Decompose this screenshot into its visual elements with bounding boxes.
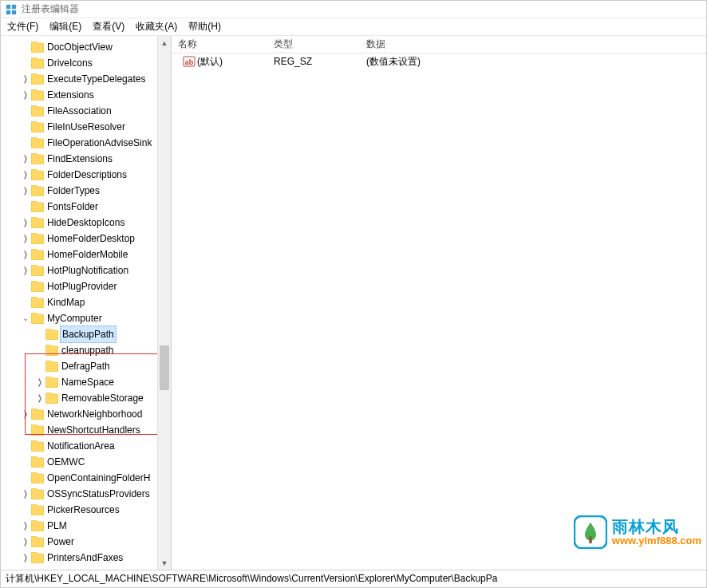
chevron-right-icon[interactable]: ❯ bbox=[22, 231, 30, 247]
chevron-right-icon[interactable]: ❯ bbox=[22, 518, 30, 534]
list-pane: 名称 类型 数据 ab(默认)REG_SZ(数值未设置) 雨林木风 www.yl… bbox=[172, 36, 706, 570]
menu-view[interactable]: 查看(V) bbox=[93, 20, 124, 34]
tree-node-label: NameSpace bbox=[61, 374, 114, 390]
tree-node-label: OSSyncStatusProviders bbox=[47, 486, 150, 502]
tree-node[interactable]: ❯OSSyncStatusProviders bbox=[1, 486, 171, 502]
tree-node[interactable]: FileInUseResolver bbox=[1, 119, 171, 135]
chevron-down-icon[interactable]: ⌄ bbox=[20, 310, 31, 326]
scroll-thumb[interactable] bbox=[160, 345, 169, 390]
value-row[interactable]: ab(默认)REG_SZ(数值未设置) bbox=[172, 53, 706, 69]
scroll-down-button[interactable]: ▼ bbox=[158, 556, 171, 570]
tree-node[interactable]: ❯HideDesktopIcons bbox=[1, 215, 171, 231]
tree-node-label: DocObjectView bbox=[47, 39, 113, 55]
tree-node-label: NewShortcutHandlers bbox=[47, 422, 140, 438]
tree-node-label: cleanuppath bbox=[61, 342, 113, 358]
menu-bar: 文件(F) 编辑(E) 查看(V) 收藏夹(A) 帮助(H) bbox=[1, 18, 706, 36]
column-header-data[interactable]: 数据 bbox=[360, 37, 706, 51]
chevron-right-icon[interactable]: ❯ bbox=[22, 262, 30, 278]
tree-node[interactable]: OpenContainingFolderH bbox=[1, 470, 171, 486]
tree-node[interactable]: KindMap bbox=[1, 294, 171, 310]
chevron-right-icon[interactable]: ❯ bbox=[22, 151, 30, 167]
tree-node[interactable]: ❯NameSpace bbox=[1, 374, 171, 390]
tree-node[interactable]: ❯HotPlugNotification bbox=[1, 262, 171, 278]
chevron-right-icon[interactable]: ❯ bbox=[36, 390, 44, 406]
tree-node-label: BackupPath bbox=[60, 326, 117, 343]
tree-node-label: NetworkNeighborhood bbox=[47, 406, 142, 422]
tree-node[interactable]: NotificationArea bbox=[1, 438, 171, 454]
tree-node-label: OpenContainingFolderH bbox=[47, 470, 150, 486]
chevron-right-icon[interactable]: ❯ bbox=[22, 247, 30, 262]
registry-editor-window: 注册表编辑器 文件(F) 编辑(E) 查看(V) 收藏夹(A) 帮助(H) Do… bbox=[0, 0, 707, 588]
tree-node[interactable]: ❯PrintersAndFaxes bbox=[1, 550, 171, 566]
svg-text:ab: ab bbox=[185, 58, 194, 66]
tree-node[interactable]: ❯HomeFolderMobile bbox=[1, 247, 171, 262]
svg-rect-2 bbox=[6, 10, 10, 14]
tree-node[interactable]: ❯PLM bbox=[1, 518, 171, 534]
tree-node[interactable]: HotPlugProvider bbox=[1, 278, 171, 294]
tree-node[interactable]: DocObjectView bbox=[1, 39, 171, 55]
status-bar: 计算机\HKEY_LOCAL_MACHINE\SOFTWARE\Microsof… bbox=[1, 570, 706, 587]
tree-node-label: HomeFolderDesktop bbox=[47, 231, 135, 247]
tree-node-label: ExecuteTypeDelegates bbox=[47, 71, 145, 87]
tree-node[interactable]: ❯NetworkNeighborhood bbox=[1, 406, 171, 422]
tree-node[interactable]: ❯FolderDescriptions bbox=[1, 167, 171, 183]
scroll-up-button[interactable]: ▲ bbox=[158, 36, 171, 49]
tree-node-label: PickerResources bbox=[47, 502, 120, 518]
app-title: 注册表编辑器 bbox=[22, 2, 79, 16]
tree-node-label: DefragPath bbox=[61, 358, 110, 374]
tree-node-label: HomeFolderMobile bbox=[47, 247, 128, 262]
tree-node-label: FontsFolder bbox=[47, 199, 98, 215]
svg-rect-3 bbox=[12, 10, 16, 14]
tree-node[interactable]: NewShortcutHandlers bbox=[1, 422, 171, 438]
tree-node[interactable]: ❯ExecuteTypeDelegates bbox=[1, 71, 171, 87]
tree-node-label: FileAssociation bbox=[47, 103, 112, 119]
menu-edit[interactable]: 编辑(E) bbox=[49, 20, 81, 34]
tree-node[interactable]: ❯HomeFolderDesktop bbox=[1, 231, 171, 247]
chevron-right-icon[interactable]: ❯ bbox=[22, 167, 30, 183]
chevron-right-icon[interactable]: ❯ bbox=[22, 215, 30, 231]
tree-scrollbar[interactable]: ▲ ▼ bbox=[157, 36, 171, 570]
tree-node-label: Power bbox=[47, 534, 74, 550]
tree-node[interactable]: FileAssociation bbox=[1, 103, 171, 119]
tree-node[interactable]: DriveIcons bbox=[1, 55, 171, 71]
tree-node[interactable]: cleanuppath bbox=[1, 342, 171, 358]
menu-help[interactable]: 帮助(H) bbox=[188, 20, 221, 34]
value-data: (数值未设置) bbox=[360, 55, 706, 69]
tree-node-label: FolderTypes bbox=[47, 183, 100, 199]
content-area: DocObjectViewDriveIcons❯ExecuteTypeDeleg… bbox=[1, 36, 706, 570]
column-header-type[interactable]: 类型 bbox=[267, 37, 360, 51]
tree-node[interactable]: ❯Power bbox=[1, 534, 171, 550]
tree-node-label: FolderDescriptions bbox=[47, 167, 127, 183]
chevron-right-icon[interactable]: ❯ bbox=[22, 406, 30, 422]
registry-tree[interactable]: DocObjectViewDriveIcons❯ExecuteTypeDeleg… bbox=[1, 36, 171, 566]
tree-node[interactable]: DefragPath bbox=[1, 358, 171, 374]
tree-node[interactable]: ❯RemovableStorage bbox=[1, 390, 171, 406]
chevron-right-icon[interactable]: ❯ bbox=[22, 550, 30, 566]
tree-node[interactable]: FileOperationAdviseSink bbox=[1, 135, 171, 151]
tree-node[interactable]: ⌄MyComputer bbox=[1, 310, 171, 326]
tree-node-label: HotPlugNotification bbox=[47, 262, 128, 278]
tree-node-label: MyComputer bbox=[47, 310, 102, 326]
menu-file[interactable]: 文件(F) bbox=[7, 20, 38, 34]
tree-node[interactable]: BackupPath bbox=[1, 326, 171, 342]
tree-node[interactable]: PickerResources bbox=[1, 502, 171, 518]
chevron-right-icon[interactable]: ❯ bbox=[22, 486, 30, 502]
column-header-name[interactable]: 名称 bbox=[172, 37, 267, 51]
chevron-right-icon[interactable]: ❯ bbox=[22, 71, 30, 87]
value-list[interactable]: ab(默认)REG_SZ(数值未设置) bbox=[172, 53, 706, 570]
menu-favorites[interactable]: 收藏夹(A) bbox=[136, 20, 177, 34]
tree-node[interactable]: ❯FindExtensions bbox=[1, 151, 171, 167]
tree-node-label: KindMap bbox=[47, 294, 85, 310]
chevron-right-icon[interactable]: ❯ bbox=[22, 183, 30, 199]
tree-node-label: NotificationArea bbox=[47, 438, 115, 454]
chevron-right-icon[interactable]: ❯ bbox=[36, 374, 44, 390]
tree-node[interactable]: ❯Extensions bbox=[1, 87, 171, 103]
value-type: REG_SZ bbox=[267, 56, 360, 67]
chevron-right-icon[interactable]: ❯ bbox=[22, 87, 30, 103]
tree-node[interactable]: ❯FolderTypes bbox=[1, 183, 171, 199]
tree-node-label: HotPlugProvider bbox=[47, 278, 117, 294]
tree-pane: DocObjectViewDriveIcons❯ExecuteTypeDeleg… bbox=[1, 36, 172, 570]
tree-node[interactable]: OEMWC bbox=[1, 454, 171, 470]
tree-node[interactable]: FontsFolder bbox=[1, 199, 171, 215]
chevron-right-icon[interactable]: ❯ bbox=[22, 534, 30, 550]
